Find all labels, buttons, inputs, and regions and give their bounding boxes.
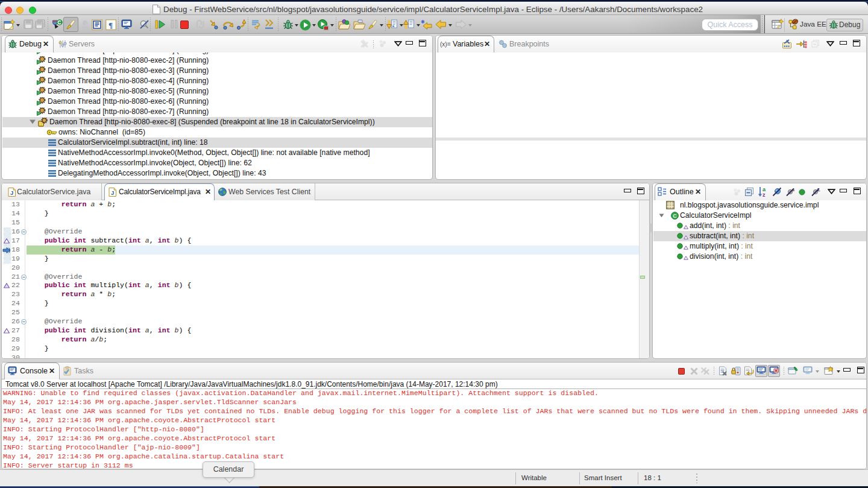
svg-text:z: z bbox=[763, 192, 766, 197]
svg-text:J: J bbox=[10, 189, 13, 196]
svg-text:C: C bbox=[673, 213, 677, 219]
svg-text:J: J bbox=[111, 189, 114, 196]
svg-text:¶: ¶ bbox=[108, 21, 113, 30]
